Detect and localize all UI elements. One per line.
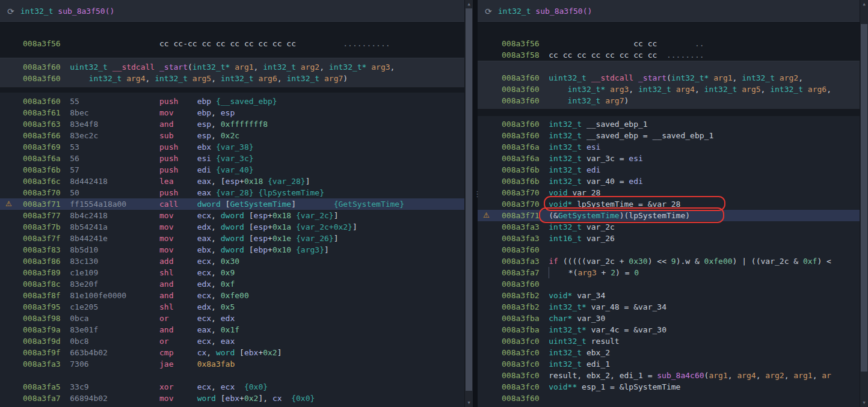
scrollbar-thumb[interactable] (861, 24, 867, 372)
vertical-scrollbar[interactable]: ▲ ▼ (860, 0, 868, 407)
code-row[interactable]: 008a3f9a 83e01f and eax, 0x1f (0, 324, 473, 335)
code-row[interactable]: 008a3f60 55 push ebp {__saved_ebp} (0, 96, 473, 107)
code-row[interactable]: 008a3f7f 8b44241e mov eax, dword [esp+0x… (0, 233, 473, 244)
code-row[interactable]: 008a3f60 int32_t __saved_ebp = __saved_e… (478, 130, 868, 141)
code-row[interactable]: 008a3fa7 *(arg3 + 2) = 0 (478, 267, 868, 278)
code-row[interactable]: 008a3f60 (478, 278, 868, 290)
code-row[interactable]: 008a3fa3 if (((((var_2c + 0x30) << 9).w … (478, 256, 868, 267)
function-name: sub_8a3f50() (535, 7, 592, 16)
function-return-type: int32_t (498, 7, 531, 16)
code-row[interactable]: 008a3fa3 7306 jae 0x8a3fab (0, 358, 473, 370)
code-row[interactable] (0, 370, 473, 381)
scrollbar-thumb[interactable] (466, 8, 472, 391)
code-row[interactable]: 008a3f60 (478, 244, 868, 256)
code-row[interactable]: 008a3f6b int32_t edi (478, 164, 868, 176)
code-row[interactable]: 008a3f7b 8b54241a mov edx, dword [esp+0x… (0, 221, 473, 233)
code-row[interactable]: 008a3fc0 int32_t edi_1 (478, 358, 868, 370)
scroll-down-arrow[interactable]: ▼ (860, 399, 868, 407)
code-row[interactable]: 008a3f6a 56 push esi {var_3c} (0, 153, 473, 164)
code-row[interactable]: 008a3f6c 8d442418 lea eax, [esp+0x18 {va… (0, 176, 473, 187)
code-row[interactable]: 008a3f6a int32_t esi (478, 141, 868, 153)
disassembly-panel: ⟳int32_t sub_8a3f50() 008a3f56 cc cc-cc … (0, 0, 473, 407)
code-row[interactable]: 008a3f70 50 push eax {var_28} {lpSystemT… (0, 187, 473, 198)
warning-icon: ⚠ (483, 210, 490, 221)
scroll-down-arrow[interactable]: ▼ (465, 399, 473, 407)
decompiler-listing: 008a3f56 cc cc ..008a3f58 cc cc cc cc cc… (478, 23, 868, 407)
code-row[interactable]: 008a3f9f 663b4b02 cmp cx, word [ebx+0x2] (0, 347, 473, 358)
code-row-selected[interactable]: ⚠008a3f71 ff1554a18a00 call dword [GetSy… (0, 198, 473, 210)
warning-icon: ⚠ (5, 198, 12, 210)
left-section-sig: 008a3f60 uint32_t __stdcall _start(int32… (0, 58, 473, 88)
code-row[interactable]: 008a3f89 c1e109 shl ecx, 0x9 (0, 267, 473, 278)
code-row[interactable]: 008a3fc0 void** esp_1 = &lpSystemTime (478, 381, 868, 393)
function-return-type: int32_t (20, 7, 54, 16)
scroll-up-arrow[interactable]: ▲ (860, 0, 868, 8)
code-row[interactable]: 008a3f86 83c130 add ecx, 0x30 (0, 256, 473, 267)
code-row[interactable]: 008a3f6b int32_t var_40 = edi (478, 176, 868, 187)
vertical-scrollbar[interactable]: ▲ ▼ (464, 0, 473, 407)
code-row[interactable]: 008a3f95 c1e205 shl edx, 0x5 (0, 301, 473, 313)
code-row[interactable]: 008a3fba char* var_30 (478, 313, 868, 324)
code-row[interactable]: 008a3fa3 int16_t var_26 (478, 233, 868, 244)
code-row[interactable]: 008a3f60 uint32_t __stdcall _start(int32… (0, 61, 473, 73)
code-row[interactable]: 008a3fb2 void* var_34 (478, 290, 868, 301)
left-section-plain: 008a3f56 cc cc-cc cc cc cc cc cc cc cc .… (0, 23, 473, 58)
code-row[interactable]: 008a3f60 uint32_t __stdcall _start(int32… (478, 72, 868, 84)
code-row[interactable]: 008a3f6b 57 push edi {var_40} (0, 164, 473, 176)
code-row[interactable]: 008a3fc0 result, ebx_2, edi_1 = sub_8a4c… (478, 370, 868, 381)
code-row[interactable]: 008a3f60 int32_t arg4, int32_t arg5, int… (0, 73, 473, 84)
code-row[interactable]: 008a3f8f 81e100fe0000 and ecx, 0xfe00 (0, 290, 473, 301)
code-row[interactable]: 008a3f63 83e4f8 and esp, 0xfffffff8 (0, 118, 473, 130)
code-row[interactable]: 008a3f66 83ec2c sub esp, 0x2c (0, 130, 473, 141)
code-row[interactable]: 008a3f98 0bca or ecx, edx (0, 313, 473, 324)
splitter-handle-icon[interactable]: ⋮ (473, 191, 481, 197)
code-row[interactable]: 008a3f77 8b4c2418 mov ecx, dword [esp+0x… (0, 210, 473, 221)
code-row[interactable]: 008a3f58 cc cc cc cc cc cc cc cc .......… (478, 49, 868, 61)
code-row[interactable]: 008a3f56 cc cc-cc cc cc cc cc cc cc cc .… (0, 38, 473, 49)
code-row[interactable]: 008a3f61 8bec mov ebp, esp (0, 107, 473, 118)
code-row[interactable]: 008a3f60 int32_t arg7) (478, 95, 868, 106)
code-row[interactable]: 008a3fb2 int32_t* var_48 = &var_34 (478, 301, 868, 313)
code-row[interactable]: 008a3fba int32_t* var_4c = &var_30 (478, 324, 868, 335)
code-row[interactable]: 008a3f56 cc cc .. (478, 38, 868, 49)
disassembly-listing: 008a3f56 cc cc-cc cc cc cc cc cc cc cc .… (0, 23, 473, 407)
code-row[interactable]: 008a3fa7 66894b02 mov word [ebx+0x2], cx… (0, 393, 473, 404)
left-section-body: 008a3f60 55 push ebp {__saved_ebp}008a3f… (0, 93, 473, 407)
decompiler-function-header: ⟳int32_t sub_8a3f50() (478, 0, 868, 23)
right-section-plain: 008a3f56 cc cc ..008a3f58 cc cc cc cc cc… (478, 23, 868, 61)
decompiler-panel: ⟳int32_t sub_8a3f50() 008a3f56 cc cc ..0… (478, 0, 868, 407)
code-row[interactable]: 008a3f70 void var_28 (478, 187, 868, 198)
code-row[interactable]: 008a3f70 void* lpSystemTime = &var_28 (478, 198, 868, 210)
refresh-icon[interactable]: ⟳ (485, 7, 492, 16)
code-row[interactable]: 008a3f60 int32_t __saved_ebp_1 (478, 118, 868, 130)
code-row[interactable]: 008a3f69 53 push ebx {var_38} (0, 141, 473, 153)
panel-splitter[interactable]: ⋮ (473, 0, 478, 407)
function-name: sub_8a3f50() (58, 7, 114, 16)
code-row[interactable]: 008a3fc0 int32_t ebx_2 (478, 347, 868, 358)
code-row[interactable]: 008a3f60 (478, 393, 868, 404)
code-row-selected[interactable]: ⚠008a3f71 (&GetSystemTime)(lpSystemTime) (478, 210, 868, 221)
right-section-body: 008a3f60 int32_t __saved_ebp_1008a3f60 i… (478, 116, 868, 407)
code-row[interactable]: 008a3fc0 uint32_t result (478, 335, 868, 347)
code-row[interactable]: 008a3f60 int32_t* arg3, int32_t arg4, in… (478, 84, 868, 95)
code-row[interactable]: 008a3f9d 0bc8 or ecx, eax (0, 335, 473, 347)
refresh-icon[interactable]: ⟳ (7, 7, 14, 16)
code-row[interactable]: 008a3f6a int32_t var_3c = esi (478, 153, 868, 164)
code-row[interactable]: 008a3f83 8b5d10 mov ebx, dword [ebp+0x10… (0, 244, 473, 256)
scroll-up-arrow[interactable]: ▲ (465, 0, 473, 8)
code-row[interactable]: 008a3fa5 33c9 xor ecx, ecx {0x0} (0, 381, 473, 393)
code-row[interactable]: 008a3f8c 83e20f and edx, 0xf (0, 278, 473, 290)
code-row[interactable]: 008a3fa3 int32_t var_2c (478, 221, 868, 233)
right-section-sig: 008a3f60 uint32_t __stdcall _start(int32… (478, 61, 868, 109)
disassembly-function-header: ⟳int32_t sub_8a3f50() (0, 0, 473, 23)
